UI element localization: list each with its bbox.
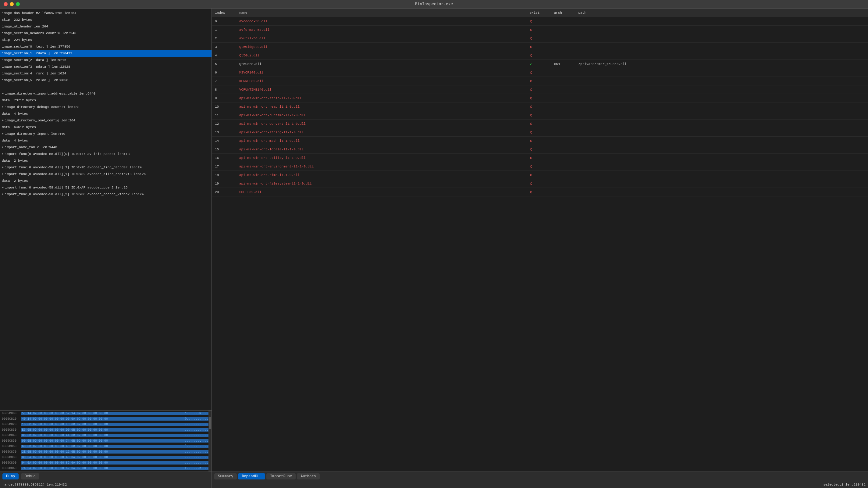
text-line[interactable]: image_section[1 .rdata ] len:210432 <box>0 50 212 57</box>
hex-row[interactable]: 0005C8A07A 0A 09 00 00 00 00 00 62 0A 09… <box>0 465 212 471</box>
text-line[interactable]: ▶import func[0 avcodec-58.dll][1] ID:0x8… <box>0 171 212 177</box>
hex-scrollbar-thumb[interactable] <box>209 417 211 429</box>
table-row[interactable]: 4 Qt5Gui.dll x <box>212 51 868 60</box>
text-line[interactable]: image_section[3 .pdata ] len:22528 <box>0 63 212 70</box>
table-row[interactable]: 17 api-ms-win-crt-environment-l1-1-0.dll… <box>212 162 868 171</box>
text-line[interactable]: ▶image_directory_import_address_table le… <box>0 90 212 97</box>
text-line[interactable]: skip: 224 bytes <box>0 37 212 43</box>
hex-row[interactable]: 0005C82016 0C 09 00 00 00 00 00 FC 0B 09… <box>0 422 212 427</box>
minimize-button[interactable] <box>10 2 14 6</box>
maximize-button[interactable] <box>16 2 20 6</box>
cell-index: 11 <box>213 113 238 117</box>
cell-index: 7 <box>213 79 238 83</box>
text-line[interactable]: data: 73712 bytes <box>0 97 212 104</box>
main-container: image_dos_header MZ lfanew:296 len:64ski… <box>0 8 868 488</box>
hex-row[interactable]: 0005C8702E 0B 09 00 00 00 00 00 12 0B 09… <box>0 449 212 455</box>
hex-row[interactable]: 0005C830E6 0B 09 00 00 00 00 00 D0 0B 09… <box>0 427 212 432</box>
text-line[interactable]: image_dos_header MZ lfanew:296 len:64 <box>0 10 212 17</box>
left-status-text: range:[378880,589312) len:210432 <box>2 483 67 486</box>
hex-ascii: ................ <box>184 450 212 454</box>
table-row[interactable]: 15 api-ms-win-crt-locale-l1-1-0.dll x <box>212 145 868 154</box>
text-line[interactable]: data: 2 bytes <box>0 157 212 164</box>
text-line[interactable]: ▶import func[0 avcodec-58.dll][0] ID:0x4… <box>0 151 212 157</box>
text-line[interactable]: ▶import func[0 avcodec-58.dll][5] ID:0xA… <box>0 184 212 191</box>
tab-authors[interactable]: Authors <box>297 473 319 480</box>
hex-row[interactable]: 0005C880BC 0A 09 00 00 00 00 00 AC 0A 09… <box>0 455 212 460</box>
hex-area[interactable]: 0005C8005E 14 09 00 00 00 00 00 52 14 09… <box>0 410 212 471</box>
table-row[interactable]: 16 api-ms-win-crt-utility-l1-1-0.dll x <box>212 154 868 162</box>
table-row[interactable]: 7 KERNEL32.dll x <box>212 77 868 85</box>
cell-exist: x <box>528 79 552 84</box>
text-line[interactable]: data: 64612 bytes <box>0 124 212 131</box>
table-row[interactable]: 1 avformat-58.dll x <box>212 26 868 34</box>
tab-dump[interactable]: Dump <box>2 473 19 480</box>
hex-addr: 0005C890 <box>0 461 21 464</box>
text-line[interactable]: data: 4 bytes <box>0 110 212 117</box>
right-status-text: selected:1 len:210432 <box>823 483 866 486</box>
hex-row[interactable]: 0005C85090 0B 09 00 00 00 00 00 74 0B 09… <box>0 438 212 443</box>
col-header-path: path <box>577 11 867 15</box>
table-row[interactable]: 18 api-ms-win-crt-time-l1-1-0.dll x <box>212 171 868 179</box>
hex-ascii: ................ <box>184 456 212 459</box>
cell-name: api-ms-win-crt-time-l1-1-0.dll <box>238 173 528 177</box>
table-row[interactable]: 14 api-ms-win-crt-math-l1-1-0.dll x <box>212 137 868 145</box>
cell-exist: x <box>528 173 552 177</box>
text-line[interactable]: ▶image_directory_load_config len:264 <box>0 117 212 124</box>
hex-row[interactable]: 0005C86060 0B 09 00 00 00 00 00 4C 0B 09… <box>0 443 212 449</box>
tab-summary[interactable]: Summary <box>214 473 237 480</box>
table-row[interactable]: 11 api-ms-win-crt-runtime-l1-1-0.dll x <box>212 111 868 120</box>
cell-index: 8 <box>213 88 238 91</box>
hex-addr: 0005C870 <box>0 450 21 454</box>
text-line[interactable]: data: 2 bytes <box>0 177 212 184</box>
hex-row[interactable]: 0005C8005E 14 09 00 00 00 00 00 52 14 09… <box>0 410 212 416</box>
hex-row[interactable]: 0005C840B6 0B 09 00 00 00 00 00 A4 0B 09… <box>0 432 212 438</box>
text-line[interactable]: image_nt_header len:264 <box>0 23 212 30</box>
cell-name: api-ms-win-crt-utility-l1-1-0.dll <box>238 156 528 160</box>
cell-name: VCRUNTIME140.dll <box>238 88 528 91</box>
table-row[interactable]: 5 Qt5Core.dll ✓ x64 /private/tmp/Qt5Core… <box>212 60 868 68</box>
text-line[interactable]: data: 4 bytes <box>0 137 212 144</box>
expand-arrow: ▶ <box>2 184 4 191</box>
text-line[interactable]: image_section[5 .reloc ] len:6656 <box>0 77 212 84</box>
text-line[interactable]: ▶import_name_table len:9440 <box>0 144 212 151</box>
table-row[interactable]: 13 api-ms-win-crt-string-l1-1-0.dll x <box>212 128 868 137</box>
tab-dependdll[interactable]: DependDLL <box>238 473 265 480</box>
table-row[interactable]: 8 VCRUNTIME140.dll x <box>212 85 868 94</box>
expand-arrow: ▶ <box>2 117 4 124</box>
text-area[interactable]: image_dos_header MZ lfanew:296 len:64ski… <box>0 8 212 410</box>
text-line[interactable]: image_section[0 .text ] len:377856 <box>0 43 212 50</box>
right-status-bar: selected:1 len:210432 <box>212 481 868 488</box>
table-row[interactable]: 3 Qt5Widgets.dll x <box>212 43 868 51</box>
table-row[interactable]: 0 avcodec-58.dll x <box>212 17 868 26</box>
table-row[interactable]: 2 avutil-56.dll x <box>212 34 868 43</box>
table-area[interactable]: indexnameexistarchpath 0 avcodec-58.dll … <box>212 8 868 471</box>
left-tab-bar: DumpDebug <box>0 471 212 481</box>
text-line[interactable]: skip: 232 bytes <box>0 17 212 23</box>
hex-scrollbar[interactable] <box>209 410 212 471</box>
table-row[interactable]: 6 MSVCP140.dll x <box>212 68 868 77</box>
text-line[interactable]: image_section[2 .data ] len:9216 <box>0 57 212 63</box>
table-row[interactable]: 20 SHELL32.dll x <box>212 188 868 196</box>
text-line[interactable]: ▶import_func[0 avcodec-58.dll][2] ID:0x8… <box>0 191 212 198</box>
expand-arrow: ▶ <box>2 164 4 171</box>
hex-row[interactable]: 0005C81040 14 09 00 00 00 00 00 D0 0A 09… <box>0 416 212 422</box>
text-line[interactable]: ▶image_directory_import len:440 <box>0 131 212 137</box>
table-row[interactable]: 10 api-ms-win-crt-heap-l1-1-0.dll x <box>212 103 868 111</box>
cell-name: api-ms-win-crt-environment-l1-1-0.dll <box>238 165 528 168</box>
tab-importfunc[interactable]: ImportFunc <box>267 473 296 480</box>
table-row[interactable]: 19 api-ms-win-crt-filesystem-l1-1-0.dll … <box>212 179 868 188</box>
hex-row[interactable]: 0005C89094 0A 09 00 00 00 00 00 86 0A 09… <box>0 460 212 465</box>
cell-exist: x <box>528 181 552 186</box>
tab-debug[interactable]: Debug <box>21 473 39 480</box>
hex-addr: 0005C800 <box>0 412 21 415</box>
table-row[interactable]: 9 api-ms-win-crt-stdio-l1-1-0.dll x <box>212 94 868 103</box>
table-row[interactable]: 12 api-ms-win-crt-convert-l1-1-0.dll x <box>212 120 868 128</box>
close-button[interactable] <box>4 2 8 6</box>
text-line[interactable]: image_section[4 .rsrc ] len:1024 <box>0 70 212 77</box>
text-line[interactable] <box>0 84 212 90</box>
text-line[interactable]: image_section_headers count:6 len:240 <box>0 30 212 37</box>
text-line[interactable]: ▶image_directory_debugs count:1 len:28 <box>0 104 212 110</box>
hex-ascii: ^.......R....... <box>184 412 212 415</box>
text-line[interactable]: ▶import func[0 avcodec-58.dll][3] ID:0x9… <box>0 164 212 171</box>
hex-ascii: ................ <box>184 423 212 426</box>
